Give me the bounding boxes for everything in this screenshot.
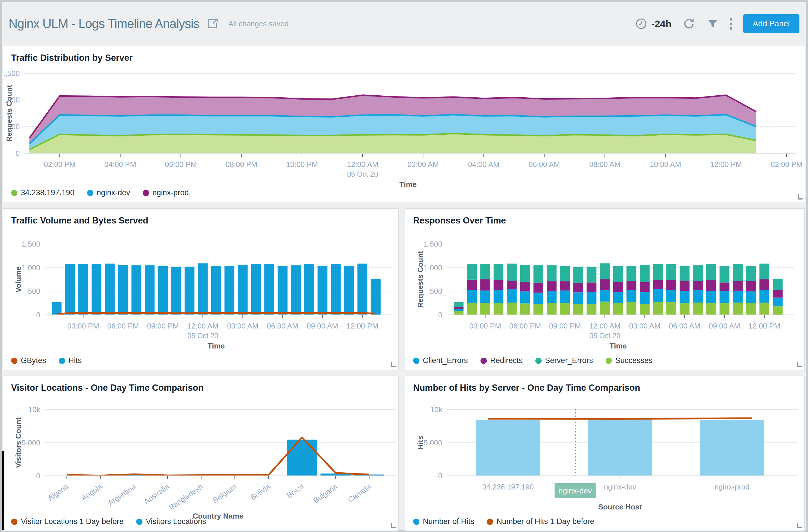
add-panel-button[interactable]: Add Panel — [743, 14, 800, 33]
legend-label: nginx-prod — [152, 188, 189, 197]
resize-handle[interactable] — [798, 194, 803, 200]
bar-Redirects — [626, 281, 636, 290]
legend-item[interactable]: Server_Errors — [535, 356, 593, 365]
legend-label: nginx-dev — [97, 188, 130, 197]
x-tick-label: 04:00 PM — [105, 160, 136, 169]
x-tick-label: 12:00 PM — [347, 322, 378, 330]
kebab-menu-icon[interactable] — [730, 18, 732, 30]
bar — [264, 264, 274, 315]
legend-item[interactable]: GBytes — [11, 356, 46, 365]
responses-over-time-chart[interactable]: 05001,0001,50003:00 PM06:00 PM09:00 PM12… — [406, 227, 801, 358]
bar-Successes — [494, 303, 503, 315]
legend-dot-icon — [413, 518, 419, 525]
y-tick-label: 0 — [438, 310, 442, 319]
bar-Client_Errors — [480, 290, 490, 303]
x-tick-label: Bulgaria — [312, 482, 339, 505]
x-tick-label: nginx-dev — [604, 482, 636, 491]
legend-item[interactable]: 34.238.197.190 — [11, 188, 74, 197]
legend-item[interactable]: Visitor Locations 1 Day before — [11, 517, 124, 526]
bar — [238, 265, 247, 315]
share-export-icon[interactable] — [207, 18, 219, 30]
bar — [224, 266, 234, 315]
bar-Client_Errors — [719, 291, 729, 303]
legend-item[interactable]: Client_Errors — [413, 356, 468, 365]
x-tick-label: 08:00 AM — [589, 160, 621, 169]
x-tick-label: 03:00 AM — [227, 322, 258, 330]
bar — [92, 264, 102, 315]
bar — [171, 267, 181, 315]
bar — [105, 264, 114, 315]
bar — [291, 265, 301, 315]
bar-Redirects — [719, 283, 729, 291]
bar-Successes — [773, 306, 782, 315]
page-title: Nginx ULM - Logs Timeline Analysis — [8, 17, 199, 31]
y-axis-title: Visitors Count — [14, 417, 22, 468]
x-tick-label: 04:00 AM — [468, 160, 499, 169]
bar-Redirects — [573, 283, 583, 292]
bar-Successes — [733, 303, 742, 315]
x-axis-title: Source Host — [598, 502, 642, 511]
traffic-volume-chart[interactable]: 05001,0001,50003:00 PM06:00 PM09:00 PM12… — [4, 227, 399, 358]
bar-Successes — [520, 303, 530, 315]
bar-Redirects — [494, 280, 503, 290]
time-range-control[interactable]: -24h — [635, 17, 672, 30]
bar-Redirects — [454, 307, 463, 309]
resize-handle[interactable] — [391, 362, 396, 367]
bar-Server_Errors — [613, 266, 623, 282]
hits-by-server-chart[interactable]: 05,00010knginx-dev34.238.197.190nginx-de… — [406, 395, 801, 524]
x-tick-label: 09:00 PM — [549, 322, 581, 330]
resize-handle[interactable] — [797, 362, 802, 367]
x-tick-label: 02:00 PM — [771, 160, 802, 169]
bar-Server_Errors — [547, 265, 556, 281]
legend-dot-icon — [535, 358, 541, 364]
bar-Server_Errors — [746, 266, 756, 281]
visitor-locations-chart[interactable]: 05,00010kAlgeriaAngolaArgentinaAustralia… — [4, 395, 399, 524]
bar-Successes — [600, 302, 610, 315]
filter-icon[interactable] — [706, 17, 719, 30]
legend-item[interactable]: Redirects — [480, 356, 523, 365]
bar-Client_Errors — [759, 290, 769, 303]
legend-label: GBytes — [21, 356, 46, 365]
legend-item[interactable]: nginx-dev — [87, 188, 130, 197]
x-tick-label: Bolivia — [249, 482, 272, 502]
bar — [185, 267, 195, 315]
bar-Successes — [693, 303, 703, 315]
panel-title: Traffic Volume and Bytes Served — [3, 209, 398, 226]
legend-item[interactable]: Hits — [59, 356, 82, 365]
legend-item[interactable]: Number of Hits 1 Day before — [487, 517, 594, 526]
bar-Redirects — [587, 283, 596, 292]
bar-Redirects — [746, 281, 756, 291]
x-axis-title: Time — [400, 180, 417, 188]
bar-Client_Errors — [773, 298, 782, 306]
legend-dot-icon — [11, 358, 17, 364]
legend-item[interactable]: nginx-prod — [143, 188, 189, 197]
bar-Client_Errors — [613, 292, 623, 303]
bar-Successes — [706, 303, 716, 315]
legend-item[interactable]: Number of Hits — [413, 517, 474, 526]
x-tick-label: Angola — [80, 482, 104, 502]
traffic-distribution-chart[interactable]: 05001,0001,50002:00 PM04:00 PM06:00 PM08… — [4, 65, 804, 188]
panel-traffic-volume: Traffic Volume and Bytes Served 05001,00… — [3, 208, 399, 370]
bar-Redirects — [666, 280, 676, 290]
chart-legend: Number of HitsNumber of Hits 1 Day befor… — [413, 517, 594, 526]
save-status: All changes saved — [228, 19, 289, 28]
time-range-value: -24h — [651, 18, 672, 30]
y-axis-title: Requests Count — [416, 251, 425, 308]
resize-handle[interactable] — [391, 523, 396, 528]
resize-handle[interactable] — [797, 523, 802, 528]
bar-Client_Errors — [706, 291, 716, 303]
bar-Client_Errors — [640, 292, 649, 304]
y-tick-label: 500 — [430, 287, 442, 296]
refresh-icon[interactable] — [682, 17, 696, 30]
bar — [118, 265, 128, 315]
bar-Successes — [587, 304, 596, 315]
bar — [700, 420, 764, 476]
legend-item[interactable]: Visitors Locations — [136, 517, 206, 526]
x-tick-label: 10:00 AM — [650, 160, 681, 169]
left-scrollbar-fragment[interactable] — [2, 451, 4, 530]
bar-Client_Errors — [600, 290, 610, 301]
bar-Successes — [640, 304, 649, 315]
legend-item[interactable]: Successes — [606, 356, 653, 365]
bar-Client_Errors — [680, 291, 690, 303]
bar-Server_Errors — [507, 264, 516, 281]
